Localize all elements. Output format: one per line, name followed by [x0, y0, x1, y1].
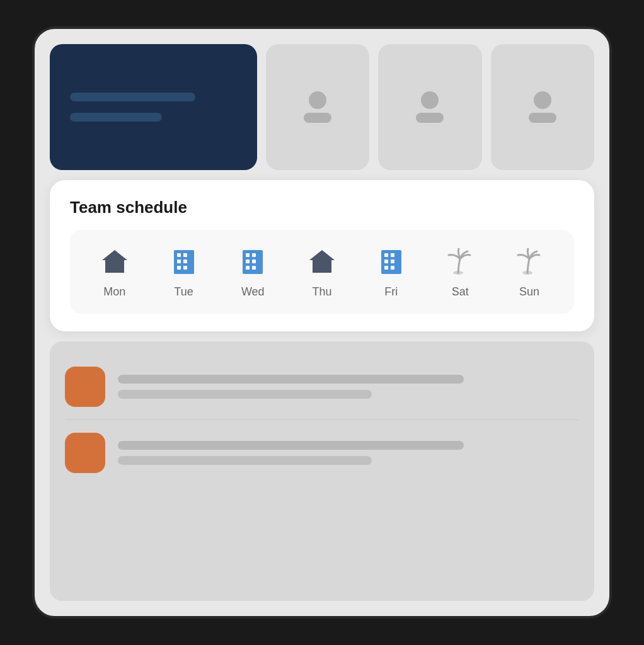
schedule-title: Team schedule: [70, 198, 574, 217]
svg-rect-3: [183, 253, 187, 257]
day-label-mon: Mon: [103, 285, 125, 299]
palm-icon-sun: [513, 245, 546, 278]
svg-rect-20: [391, 260, 394, 263]
day-label-sun: Sun: [519, 285, 539, 299]
text-lines-2: [118, 441, 579, 465]
svg-rect-5: [183, 260, 187, 263]
building-icon-fri: [375, 245, 408, 278]
days-container: Mon Tue: [70, 230, 574, 314]
menu-card[interactable]: [50, 44, 257, 170]
person-icon-3: [529, 91, 556, 123]
svg-rect-7: [183, 266, 187, 270]
svg-rect-18: [391, 253, 394, 257]
day-mon[interactable]: Mon: [89, 245, 140, 299]
text-line-long-2: [118, 441, 464, 450]
svg-rect-21: [384, 266, 388, 270]
person-icon-2: [416, 91, 444, 123]
person-icon-1: [304, 91, 331, 123]
day-label-tue: Tue: [174, 285, 193, 299]
placeholder-card-3: [491, 44, 594, 170]
person-head-3: [534, 91, 551, 109]
svg-rect-4: [177, 260, 181, 263]
svg-rect-17: [384, 253, 388, 257]
day-wed[interactable]: Wed: [227, 245, 278, 299]
avatar-1: [65, 367, 105, 407]
day-tue[interactable]: Tue: [159, 245, 209, 299]
house-icon-thu: [306, 245, 338, 278]
placeholder-card-1: [266, 44, 369, 170]
svg-rect-14: [252, 266, 256, 270]
day-label-wed: Wed: [241, 285, 265, 299]
person-body: [304, 113, 331, 123]
text-line-short-1: [118, 390, 372, 399]
schedule-card: Team schedule Mon: [50, 180, 594, 331]
avatar-2: [65, 433, 105, 473]
day-label-fri: Fri: [384, 285, 398, 299]
day-label-thu: Thu: [312, 285, 331, 299]
svg-rect-13: [246, 266, 250, 270]
svg-rect-0: [111, 266, 118, 273]
svg-point-23: [453, 271, 463, 275]
day-sat[interactable]: Sat: [435, 245, 485, 299]
svg-rect-12: [252, 260, 256, 263]
days-row: Mon Tue: [80, 245, 564, 299]
svg-rect-15: [318, 266, 326, 273]
list-item-2[interactable]: [65, 420, 579, 486]
svg-rect-11: [246, 260, 250, 263]
person-body-2: [416, 113, 444, 123]
svg-rect-22: [391, 266, 394, 270]
svg-rect-2: [177, 253, 181, 257]
day-fri[interactable]: Fri: [366, 245, 417, 299]
text-line-short-2: [118, 456, 372, 465]
list-item-1[interactable]: [65, 354, 579, 420]
house-icon-mon: [98, 245, 131, 278]
day-label-sat: Sat: [452, 285, 469, 299]
top-row: [50, 44, 594, 170]
phone-frame: Team schedule Mon: [32, 26, 612, 619]
building-icon-wed: [236, 245, 269, 278]
person-head-2: [421, 91, 439, 109]
svg-rect-19: [384, 260, 388, 263]
svg-rect-10: [252, 253, 256, 257]
placeholder-card-2: [378, 44, 481, 170]
person-body-3: [529, 113, 556, 123]
svg-rect-6: [177, 266, 181, 270]
day-thu[interactable]: Thu: [297, 245, 347, 299]
list-section: [50, 341, 594, 601]
day-sun[interactable]: Sun: [504, 245, 555, 299]
text-lines-1: [118, 375, 579, 399]
svg-point-24: [522, 271, 532, 275]
person-head: [309, 91, 326, 109]
building-icon-tue: [168, 245, 200, 278]
svg-rect-9: [246, 253, 250, 257]
text-line-long-1: [118, 375, 464, 384]
menu-line-2: [70, 113, 162, 122]
palm-icon-sat: [444, 245, 476, 278]
menu-line-1: [70, 93, 195, 101]
